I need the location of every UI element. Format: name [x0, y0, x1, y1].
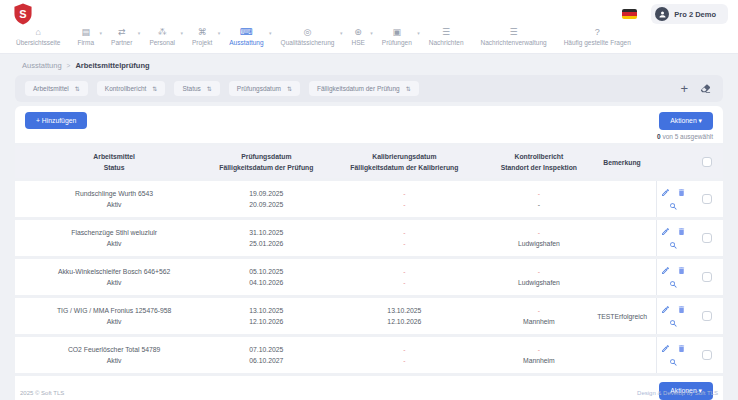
question-icon: ? [595, 28, 600, 37]
edit-icon[interactable] [661, 344, 670, 353]
equipment-name: Rundschlinge Wurth 6543 [15, 188, 213, 200]
nav-item-faq[interactable]: ?Häufig gestellte Fragen [564, 28, 631, 46]
delete-icon[interactable] [677, 305, 686, 314]
status-badge: Aktiv [15, 199, 213, 211]
view-icon[interactable] [669, 202, 678, 211]
view-icon[interactable] [669, 280, 678, 289]
user-menu[interactable]: Pro 2 Demo [651, 4, 728, 24]
nav-item-personal[interactable]: ▾⁂Personal [149, 28, 175, 46]
col-header-bemerkung: Bemerkung [588, 157, 655, 168]
brand-logo-shield-icon[interactable]: S [12, 3, 34, 25]
delete-icon[interactable] [677, 188, 686, 197]
table-row: Rundschlinge Wurth 6543Aktiv 19.09.20252… [15, 181, 723, 217]
col-header-kontrollbericht: KontrollberichtStandort der Inspektion [489, 151, 588, 173]
filter-chip-pruefungsdatum[interactable]: Prüfungsdatum⇅ [229, 81, 300, 96]
copyright-text: 2025 © Soft TLS [20, 390, 64, 396]
nav-item-nachrichten[interactable]: ☰Nachrichten [429, 28, 464, 46]
delete-icon[interactable] [677, 227, 686, 236]
filter-icon: ⇅ [287, 85, 292, 92]
filter-icon: ⇅ [75, 85, 80, 92]
add-button[interactable]: + Hinzufügen [25, 112, 87, 129]
view-icon[interactable] [669, 319, 678, 328]
view-icon[interactable] [669, 358, 678, 367]
col-header-kalibrierungsdatum: KalibrierungsdatumFälligkeitsdatum der K… [319, 151, 489, 173]
edit-icon[interactable] [661, 188, 670, 197]
filter-icon: ⇅ [207, 85, 212, 92]
chevron-down-icon: ▾ [138, 30, 141, 36]
person-icon [658, 10, 667, 19]
filter-chip-arbeitsmittel[interactable]: Arbeitsmittel⇅ [25, 81, 88, 96]
nav-item-qualitaetssicherung[interactable]: ▾◎Qualitätssicherung [281, 28, 335, 46]
quality-icon: ◎ [304, 28, 312, 37]
edit-icon[interactable] [661, 227, 670, 236]
chevron-down-icon: ▾ [100, 30, 103, 36]
row-checkbox[interactable] [702, 272, 712, 282]
german-flag-icon[interactable] [622, 9, 637, 19]
equipment-name: CO2 Feuerlöscher Total 54789 [15, 344, 213, 356]
breadcrumb: Ausstattung > Arbeitsmittelprüfung [0, 54, 738, 75]
people-icon: ⁂ [158, 28, 167, 37]
equipment-name: Flaschenzüge Stihl weluzlulr [15, 227, 213, 239]
building-icon: ▤ [81, 28, 90, 37]
nav-item-hse[interactable]: ▾⊛HSE [351, 28, 364, 46]
col-header-pruefungsdatum: PrüfungsdatumFälligkeitsdatum der Prüfun… [213, 151, 319, 173]
table-row: Akku-Winkelschleifer Bosch 646+562Aktiv … [15, 259, 723, 295]
project-icon: ⌘ [198, 28, 207, 37]
filter-bar: Arbeitsmittel⇅ Kontrollbericht⇅ Status⇅ … [15, 75, 723, 102]
exams-icon: ▣ [393, 28, 402, 37]
user-name: Pro 2 Demo [674, 10, 716, 19]
table-row: Flaschenzüge Stihl weluzlulrAktiv 31.10.… [15, 220, 723, 256]
select-all-checkbox[interactable] [702, 157, 712, 167]
filter-chip-status[interactable]: Status⇅ [174, 81, 219, 96]
table-header: ArbeitsmittelStatus PrüfungsdatumFälligk… [15, 146, 723, 178]
clear-filters-icon[interactable] [700, 83, 711, 94]
chevron-down-icon: ▾ [340, 30, 343, 36]
row-checkbox[interactable] [702, 350, 712, 360]
main-nav: ⌂Übersichtsseite ▾▤Firma ▾⇄Partner ▾⁂Per… [0, 25, 738, 54]
chevron-down-icon: ▾ [370, 30, 373, 36]
edit-icon[interactable] [661, 305, 670, 314]
breadcrumb-separator: > [67, 62, 71, 69]
table-row: CO2 Feuerlöscher Total 54789Aktiv 07.10.… [15, 337, 723, 373]
filter-icon: ⇅ [152, 85, 157, 92]
nav-item-partner[interactable]: ▾⇄Partner [111, 28, 132, 46]
nav-item-pruefungen[interactable]: ▾▣Prüfungen [382, 28, 412, 46]
nav-item-firma[interactable]: ▾▤Firma [77, 28, 94, 46]
nav-item-projekt[interactable]: ▾⌘Projekt [192, 28, 212, 46]
actions-dropdown-button[interactable]: Aktionen ▾ [659, 112, 713, 130]
top-header: S Pro 2 Demo ⌂Übersichtsseite ▾▤Firma ▾⇄… [0, 0, 738, 54]
avatar [655, 7, 669, 21]
filter-chip-kontrollbericht[interactable]: Kontrollbericht⇅ [97, 81, 166, 96]
row-checkbox[interactable] [702, 311, 712, 321]
content-card: + Hinzufügen Aktionen ▾ 0 von 5 ausgewäh… [15, 106, 723, 400]
table-row: TIG / WIG / MMA Fronius 125476-958Aktiv … [15, 298, 723, 334]
view-icon[interactable] [669, 241, 678, 250]
row-checkbox[interactable] [702, 233, 712, 243]
delete-icon[interactable] [677, 266, 686, 275]
breadcrumb-parent[interactable]: Ausstattung [22, 61, 62, 70]
nav-item-ausstattung[interactable]: ▾⌨Ausstattung [229, 28, 263, 46]
chevron-down-icon: ▾ [181, 30, 184, 36]
nav-item-uebersichtsseite[interactable]: ⌂Übersichtsseite [16, 28, 60, 46]
row-checkbox[interactable] [702, 194, 712, 204]
edit-icon[interactable] [661, 266, 670, 275]
page-title: Arbeitsmittelprüfung [75, 61, 149, 70]
partner-icon: ⇄ [118, 28, 126, 37]
svg-text:S: S [19, 8, 26, 20]
chevron-down-icon: ▾ [218, 30, 221, 36]
page-footer: 2025 © Soft TLS Design & Develop by Soft… [0, 390, 738, 396]
toolbar: + Hinzufügen Aktionen ▾ 0 von 5 ausgewäh… [15, 106, 723, 143]
add-filter-icon[interactable]: + [680, 83, 688, 95]
col-header-arbeitsmittel: ArbeitsmittelStatus [15, 151, 213, 173]
nav-item-nachrichtenverwaltung[interactable]: ☰Nachrichtenverwaltung [481, 28, 547, 46]
chevron-down-icon: ▾ [417, 30, 420, 36]
hse-icon: ⊛ [354, 28, 362, 37]
filter-chip-faelligkeitsdatum[interactable]: Fälligkeitsdatum der Prüfung⇅ [309, 81, 419, 96]
home-icon: ⌂ [36, 28, 41, 37]
bottom-toolbar: Aktionen ▾ 0 von 5 ausgewählt [15, 376, 723, 400]
status-badge: Aktiv [15, 316, 213, 328]
status-badge: Aktiv [15, 238, 213, 250]
delete-icon[interactable] [677, 344, 686, 353]
messages-icon: ☰ [442, 28, 450, 37]
chevron-down-icon: ▾ [269, 30, 272, 36]
